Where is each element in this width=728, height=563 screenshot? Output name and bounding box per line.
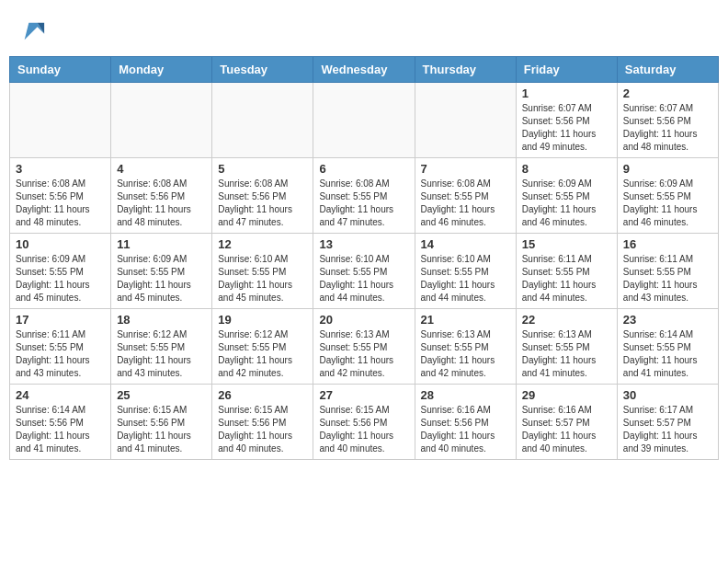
calendar-week-row: 10Sunrise: 6:09 AMSunset: 5:55 PMDayligh… <box>10 234 719 309</box>
day-info: Sunrise: 6:17 AMSunset: 5:57 PMDaylight:… <box>623 404 712 455</box>
calendar-day-cell: 3Sunrise: 6:08 AMSunset: 5:56 PMDaylight… <box>10 158 111 234</box>
calendar-day-cell: 6Sunrise: 6:08 AMSunset: 5:55 PMDaylight… <box>313 158 415 234</box>
day-number: 13 <box>319 237 408 251</box>
day-number: 22 <box>522 313 611 327</box>
calendar-day-cell: 5Sunrise: 6:08 AMSunset: 5:56 PMDaylight… <box>212 158 313 234</box>
day-info: Sunrise: 6:16 AMSunset: 5:57 PMDaylight:… <box>522 404 611 455</box>
day-info: Sunrise: 6:08 AMSunset: 5:55 PMDaylight:… <box>421 178 510 229</box>
calendar-week-row: 24Sunrise: 6:14 AMSunset: 5:56 PMDayligh… <box>10 385 719 460</box>
weekday-header: Thursday <box>415 57 516 83</box>
day-info: Sunrise: 6:11 AMSunset: 5:55 PMDaylight:… <box>623 253 712 304</box>
calendar-day-cell: 19Sunrise: 6:12 AMSunset: 5:55 PMDayligh… <box>212 309 313 385</box>
calendar-day-cell: 15Sunrise: 6:11 AMSunset: 5:55 PMDayligh… <box>516 234 617 309</box>
day-number: 24 <box>16 388 105 402</box>
weekday-header: Monday <box>111 57 212 83</box>
day-number: 20 <box>319 313 408 327</box>
calendar-day-cell: 8Sunrise: 6:09 AMSunset: 5:55 PMDaylight… <box>516 158 617 234</box>
day-number: 15 <box>522 237 611 251</box>
calendar-day-cell: 18Sunrise: 6:12 AMSunset: 5:55 PMDayligh… <box>111 309 212 385</box>
day-info: Sunrise: 6:10 AMSunset: 5:55 PMDaylight:… <box>319 253 408 304</box>
day-info: Sunrise: 6:15 AMSunset: 5:56 PMDaylight:… <box>218 404 307 455</box>
logo <box>18 18 46 44</box>
day-info: Sunrise: 6:09 AMSunset: 5:55 PMDaylight:… <box>117 253 206 304</box>
day-number: 16 <box>623 237 712 251</box>
calendar-day-cell: 13Sunrise: 6:10 AMSunset: 5:55 PMDayligh… <box>313 234 415 309</box>
weekday-header: Wednesday <box>313 57 415 83</box>
day-info: Sunrise: 6:16 AMSunset: 5:56 PMDaylight:… <box>421 404 510 455</box>
calendar-day-cell: 14Sunrise: 6:10 AMSunset: 5:55 PMDayligh… <box>415 234 516 309</box>
day-number: 7 <box>421 162 510 176</box>
day-info: Sunrise: 6:15 AMSunset: 5:56 PMDaylight:… <box>117 404 206 455</box>
day-info: Sunrise: 6:07 AMSunset: 5:56 PMDaylight:… <box>623 102 712 154</box>
day-number: 18 <box>117 313 206 327</box>
day-number: 30 <box>623 388 712 402</box>
calendar-day-cell: 20Sunrise: 6:13 AMSunset: 5:55 PMDayligh… <box>313 309 415 385</box>
calendar-week-row: 3Sunrise: 6:08 AMSunset: 5:56 PMDaylight… <box>10 158 719 234</box>
day-info: Sunrise: 6:09 AMSunset: 5:55 PMDaylight:… <box>623 178 712 229</box>
calendar-day-cell <box>111 83 212 158</box>
calendar-day-cell: 24Sunrise: 6:14 AMSunset: 5:56 PMDayligh… <box>10 385 111 460</box>
day-number: 29 <box>522 388 611 402</box>
calendar-day-cell: 2Sunrise: 6:07 AMSunset: 5:56 PMDaylight… <box>617 83 718 158</box>
calendar-header-row: SundayMondayTuesdayWednesdayThursdayFrid… <box>10 57 719 83</box>
day-number: 27 <box>319 388 408 402</box>
day-info: Sunrise: 6:13 AMSunset: 5:55 PMDaylight:… <box>522 328 611 380</box>
calendar-week-row: 17Sunrise: 6:11 AMSunset: 5:55 PMDayligh… <box>10 309 719 385</box>
calendar-day-cell: 4Sunrise: 6:08 AMSunset: 5:56 PMDaylight… <box>111 158 212 234</box>
calendar-day-cell: 1Sunrise: 6:07 AMSunset: 5:56 PMDaylight… <box>516 83 617 158</box>
weekday-header: Friday <box>516 57 617 83</box>
day-number: 8 <box>522 162 611 176</box>
day-info: Sunrise: 6:08 AMSunset: 5:56 PMDaylight:… <box>117 178 206 229</box>
day-info: Sunrise: 6:13 AMSunset: 5:55 PMDaylight:… <box>319 328 408 380</box>
calendar-day-cell: 27Sunrise: 6:15 AMSunset: 5:56 PMDayligh… <box>313 385 415 460</box>
day-info: Sunrise: 6:08 AMSunset: 5:56 PMDaylight:… <box>218 178 307 229</box>
calendar-day-cell: 26Sunrise: 6:15 AMSunset: 5:56 PMDayligh… <box>212 385 313 460</box>
calendar-day-cell: 22Sunrise: 6:13 AMSunset: 5:55 PMDayligh… <box>516 309 617 385</box>
day-info: Sunrise: 6:08 AMSunset: 5:55 PMDaylight:… <box>319 178 408 229</box>
day-number: 25 <box>117 388 206 402</box>
day-number: 12 <box>218 237 307 251</box>
calendar-day-cell: 16Sunrise: 6:11 AMSunset: 5:55 PMDayligh… <box>617 234 718 309</box>
day-number: 4 <box>117 162 206 176</box>
weekday-header: Saturday <box>617 57 718 83</box>
day-info: Sunrise: 6:07 AMSunset: 5:56 PMDaylight:… <box>522 102 611 154</box>
day-number: 9 <box>623 162 712 176</box>
calendar-day-cell: 10Sunrise: 6:09 AMSunset: 5:55 PMDayligh… <box>10 234 111 309</box>
day-number: 14 <box>421 237 510 251</box>
weekday-header: Sunday <box>10 57 111 83</box>
day-info: Sunrise: 6:15 AMSunset: 5:56 PMDaylight:… <box>319 404 408 455</box>
page-header <box>9 9 719 49</box>
day-number: 3 <box>16 162 105 176</box>
calendar-day-cell: 7Sunrise: 6:08 AMSunset: 5:55 PMDaylight… <box>415 158 516 234</box>
day-number: 1 <box>522 86 611 100</box>
calendar-week-row: 1Sunrise: 6:07 AMSunset: 5:56 PMDaylight… <box>10 83 719 158</box>
day-info: Sunrise: 6:09 AMSunset: 5:55 PMDaylight:… <box>522 178 611 229</box>
day-info: Sunrise: 6:14 AMSunset: 5:56 PMDaylight:… <box>16 404 105 455</box>
calendar-day-cell: 12Sunrise: 6:10 AMSunset: 5:55 PMDayligh… <box>212 234 313 309</box>
day-info: Sunrise: 6:10 AMSunset: 5:55 PMDaylight:… <box>218 253 307 304</box>
calendar-day-cell: 11Sunrise: 6:09 AMSunset: 5:55 PMDayligh… <box>111 234 212 309</box>
calendar-day-cell <box>415 83 516 158</box>
day-number: 5 <box>218 162 307 176</box>
day-number: 19 <box>218 313 307 327</box>
calendar-day-cell: 17Sunrise: 6:11 AMSunset: 5:55 PMDayligh… <box>10 309 111 385</box>
day-number: 26 <box>218 388 307 402</box>
calendar-day-cell: 30Sunrise: 6:17 AMSunset: 5:57 PMDayligh… <box>617 385 718 460</box>
day-info: Sunrise: 6:14 AMSunset: 5:55 PMDaylight:… <box>623 328 712 380</box>
calendar-day-cell: 28Sunrise: 6:16 AMSunset: 5:56 PMDayligh… <box>415 385 516 460</box>
calendar-day-cell: 29Sunrise: 6:16 AMSunset: 5:57 PMDayligh… <box>516 385 617 460</box>
calendar-day-cell <box>212 83 313 158</box>
day-number: 23 <box>623 313 712 327</box>
calendar-day-cell: 25Sunrise: 6:15 AMSunset: 5:56 PMDayligh… <box>111 385 212 460</box>
day-info: Sunrise: 6:13 AMSunset: 5:55 PMDaylight:… <box>421 328 510 380</box>
calendar-day-cell: 21Sunrise: 6:13 AMSunset: 5:55 PMDayligh… <box>415 309 516 385</box>
day-number: 28 <box>421 388 510 402</box>
day-info: Sunrise: 6:10 AMSunset: 5:55 PMDaylight:… <box>421 253 510 304</box>
day-info: Sunrise: 6:11 AMSunset: 5:55 PMDaylight:… <box>16 328 105 380</box>
day-info: Sunrise: 6:08 AMSunset: 5:56 PMDaylight:… <box>16 178 105 229</box>
day-info: Sunrise: 6:12 AMSunset: 5:55 PMDaylight:… <box>218 328 307 380</box>
day-number: 21 <box>421 313 510 327</box>
day-number: 10 <box>16 237 105 251</box>
calendar-day-cell <box>10 83 111 158</box>
day-info: Sunrise: 6:09 AMSunset: 5:55 PMDaylight:… <box>16 253 105 304</box>
